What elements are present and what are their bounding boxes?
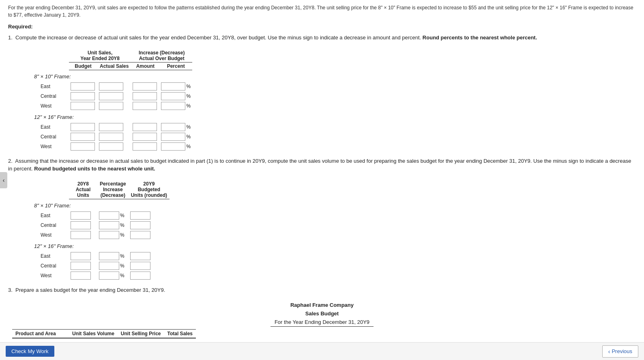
q1-f2-west-percent[interactable] (161, 142, 185, 151)
q1-f1-east-budget[interactable] (71, 82, 95, 91)
tbl2-col2-header: Percentage Increase (Decrease) (97, 180, 129, 199)
q2-f2-east-actual[interactable] (71, 252, 91, 260)
budget-header: Raphael Frame Company Sales Budget For t… (8, 301, 636, 327)
budget-title: Sales Budget (8, 310, 636, 318)
q2-f2-west-actual[interactable] (71, 272, 91, 280)
region-west-q1-f1: West (32, 101, 69, 111)
tbl1-group2-header: Increase (Decrease) Actual Over Budget (131, 49, 192, 63)
previous-button[interactable]: ‹ Previous (602, 345, 638, 358)
q2-f2-central-pct[interactable] (99, 262, 119, 270)
table-row: Central % (32, 91, 192, 101)
previous-label: Previous (612, 348, 632, 354)
tbl3-col1-header: Product and Area (12, 330, 69, 338)
table-row: West % (32, 142, 192, 151)
tbl3-col2-header: Unit Sales Volume (69, 330, 118, 338)
frame2-label-q1: 12" × 16" Frame: (34, 114, 191, 120)
q2-f2-central-budgeted[interactable] (130, 262, 150, 270)
region-central-q2-f2: Central (32, 261, 69, 271)
tbl1-g2h2: Actual Over Budget (133, 56, 190, 61)
q1-f1-west-budget[interactable] (71, 102, 95, 110)
q2-f1-west-actual[interactable] (71, 231, 91, 239)
q1-f2-east-percent[interactable] (161, 123, 185, 131)
bottom-bar: Check My Work ‹ Previous (0, 342, 644, 360)
q1-f2-west-actual[interactable] (99, 142, 123, 151)
q2-f1-central-pct[interactable] (99, 221, 119, 229)
question-2-section: 2. Assuming that the increase or decreas… (8, 157, 636, 280)
q1-f1-east-amount[interactable] (133, 82, 157, 91)
table-row: Central % (32, 220, 170, 230)
q1-text: Compute the increase or decrease of actu… (15, 34, 421, 41)
q1-f2-central-amount[interactable] (133, 133, 157, 141)
q1-f2-west-amount[interactable] (133, 142, 157, 151)
q2-f1-central-actual[interactable] (71, 221, 91, 229)
tbl2-col3-header: 20Y9 Budgeted Units (rounded) (129, 180, 170, 199)
tbl2-col1-header: 20Y8 Actual Units (69, 180, 97, 199)
q2-number: 2. (8, 158, 13, 164)
q1-bold: Round percents to the nearest whole perc… (423, 34, 537, 41)
region-central-q2-f1: Central (32, 220, 69, 230)
q2-f2-central-actual[interactable] (71, 262, 91, 270)
tbl1-g1h1: Unit Sales, (71, 50, 129, 56)
q1-f2-east-actual[interactable] (99, 123, 123, 131)
q1-f1-east-percent[interactable] (161, 82, 185, 91)
tbl2-c1s2: Units (71, 192, 95, 198)
q2-f1-east-budgeted[interactable] (130, 211, 150, 220)
q2-f2-east-pct[interactable] (99, 252, 119, 260)
q1-f1-central-amount[interactable] (133, 92, 157, 100)
q2-f1-east-pct[interactable] (99, 211, 119, 220)
q2-f1-west-pct[interactable] (99, 231, 119, 239)
q1-f2-central-actual[interactable] (99, 133, 123, 141)
tbl2-c1h1: 20Y8 (71, 181, 95, 187)
tbl1-col-percent: Percent (159, 62, 192, 70)
q1-f1-central-percent[interactable] (161, 92, 185, 100)
region-east-q1-f2: East (32, 122, 69, 132)
q1-f2-east-amount[interactable] (133, 123, 157, 131)
q3-number: 3. (8, 287, 13, 293)
table-1: Unit Sales, Year Ended 20Y8 Increase (De… (32, 49, 192, 151)
frame1-label-q1: 8" × 10" Frame: (34, 73, 191, 80)
q1-f1-central-actual[interactable] (99, 92, 123, 100)
q1-f1-west-actual[interactable] (99, 102, 123, 110)
question-2-text: 2. Assuming that the increase or decreas… (8, 157, 636, 173)
table-2: 20Y8 Actual Units Percentage Increase (D… (32, 180, 170, 280)
table-row: Central % (32, 132, 192, 142)
tbl1-col-budget: Budget (69, 62, 97, 70)
table-row: East % (32, 122, 192, 132)
q2-f1-west-budgeted[interactable] (130, 231, 150, 239)
tbl2-c2s2: (Decrease) (100, 192, 126, 198)
q1-f1-central-budget[interactable] (71, 92, 95, 100)
region-central-q1-f2: Central (32, 132, 69, 142)
check-work-button[interactable]: Check My Work (6, 346, 54, 357)
tbl1-col-amount: Amount (131, 62, 159, 70)
table-row: West % (32, 271, 170, 280)
q1-number: 1. (8, 34, 13, 41)
q1-f1-west-percent[interactable] (161, 102, 185, 110)
table-row: Central % (32, 261, 170, 271)
frame1-label-q2: 8" × 10" Frame: (34, 203, 168, 209)
q2-f2-west-pct[interactable] (99, 272, 119, 280)
q1-f2-central-budget[interactable] (71, 133, 95, 141)
q1-f2-central-percent[interactable] (161, 133, 185, 141)
q2-f2-west-budgeted[interactable] (130, 272, 150, 280)
region-west-q2-f1: West (32, 230, 69, 240)
left-nav-tab[interactable]: ‹ (0, 172, 7, 188)
tbl1-col-actual: Actual Sales (97, 62, 131, 70)
q1-f2-east-budget[interactable] (71, 123, 95, 131)
prev-arrow-icon: ‹ (608, 348, 610, 355)
region-west-q2-f2: West (32, 271, 69, 280)
tbl2-c1s1: Actual (71, 187, 95, 192)
q1-f1-west-amount[interactable] (133, 102, 157, 110)
budget-period: For the Year Ending December 31, 20Y9 (270, 318, 374, 327)
question-1-section: 1. Compute the increase or decrease of a… (8, 34, 636, 151)
q2-f1-central-budgeted[interactable] (130, 221, 150, 229)
q1-f1-east-actual[interactable] (99, 82, 123, 91)
frame2-label-q2: 12" × 16" Frame: (34, 243, 168, 249)
region-east-q2-f1: East (32, 211, 69, 220)
region-east-q2-f2: East (32, 251, 69, 261)
tbl2-c3h1: 20Y9 (131, 181, 167, 187)
q1-f2-west-budget[interactable] (71, 142, 95, 151)
q2-f1-east-actual[interactable] (71, 211, 91, 220)
q2-f2-east-budgeted[interactable] (130, 252, 150, 260)
question-3-text: 3. Prepare a sales budget for the year e… (8, 286, 636, 294)
tbl2-c3s1: Budgeted (131, 187, 167, 192)
